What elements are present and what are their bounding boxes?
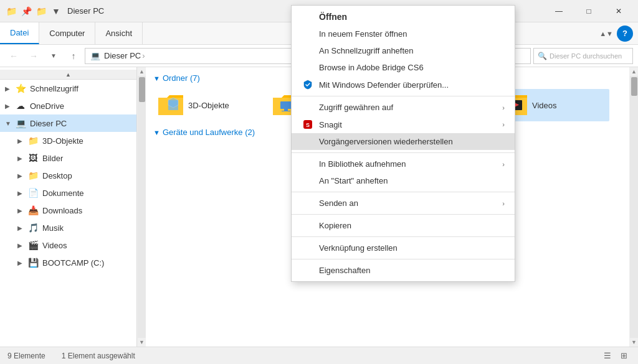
ctx-item-zugriff[interactable]: Zugriff gewähren auf › <box>292 99 515 116</box>
ribbon-right: ▲▼ ? <box>594 22 638 44</box>
ctx-item-adobe-bridge[interactable]: Browse in Adobe Bridge CS6 <box>292 59 515 76</box>
status-selected: 1 Element ausgewählt <box>62 352 135 360</box>
ribbon-dropdown[interactable]: ▲▼ <box>599 30 613 37</box>
chevron-right-icon: ▶ <box>17 242 25 249</box>
ctx-label-eigenschaften: Eigenschaften <box>319 266 370 275</box>
ctx-item-schnellzugriff[interactable]: An Schnellzugriff anheften <box>292 42 515 59</box>
section-ordner-label: Ordner (7) <box>163 73 200 83</box>
drive-icon: 💾 <box>27 257 39 268</box>
forward-button[interactable]: → <box>25 47 42 65</box>
sidebar-label-onedrive: OneDrive <box>30 101 64 111</box>
help-button[interactable]: ? <box>617 26 633 42</box>
ctx-item-senden[interactable]: Senden an › <box>292 195 515 212</box>
ctx-separator-1 <box>292 96 515 96</box>
chevron-right-icon: ▶ <box>17 225 25 231</box>
path-icon: 💻 <box>90 51 100 60</box>
sidebar-scrollbar[interactable]: ▲ ▼ <box>137 67 146 347</box>
sidebar-scroll-up[interactable]: ▲ <box>0 70 136 80</box>
sidebar-item-3d-objekte[interactable]: ▶ 📁 3D-Objekte <box>0 132 136 149</box>
title-bar-icons: 📁 📌 📁 ▼ <box>5 5 62 17</box>
content-scroll-up[interactable]: ▲ <box>630 67 639 76</box>
content-scrollbar[interactable]: ▲ ▼ <box>629 67 638 347</box>
context-menu: Öffnen In neuem Fenster öffnen An Schnel… <box>291 5 515 282</box>
sidebar-wrapper: ▲ ▶ ⭐ Schnellzugriff ▶ ☁ OneDrive ▼ 💻 Di… <box>0 67 146 347</box>
sidebar-item-bilder[interactable]: ▶ 🖼 Bilder <box>0 149 136 167</box>
sidebar-item-bootcamp[interactable]: ▶ 💾 BOOTCAMP (C:) <box>0 254 136 271</box>
close-button[interactable]: ✕ <box>604 2 633 21</box>
ctx-label-adobe-bridge: Browse in Adobe Bridge CS6 <box>319 63 424 72</box>
tab-datei[interactable]: Datei <box>0 22 39 44</box>
cloud-icon: ☁ <box>15 100 26 111</box>
star-icon: ⭐ <box>15 83 26 94</box>
content-scroll-thumb[interactable] <box>631 77 637 96</box>
ctx-label-snagit: Snagit <box>319 120 342 129</box>
sidebar-item-onedrive[interactable]: ▶ ☁ OneDrive <box>0 97 136 114</box>
sidebar-item-downloads[interactable]: ▶ 📥 Downloads <box>0 202 136 219</box>
folder-name-3d: 3D-Objekte <box>188 101 229 110</box>
ctx-label-vorgaenger: Vorgängerversionen wiederherstellen <box>319 137 453 146</box>
chevron-down-icon: ▼ <box>5 120 12 127</box>
svg-rect-4 <box>282 111 290 111</box>
ctx-item-neues-fenster[interactable]: In neuem Fenster öffnen <box>292 26 515 42</box>
sidebar-label-bootcamp: BOOTCAMP (C:) <box>42 258 104 268</box>
view-large-icons-button[interactable]: ⊞ <box>617 349 631 363</box>
sidebar-label-dokumente: Dokumente <box>42 189 83 198</box>
search-box[interactable]: 🔍 Dieser PC durchsuchen <box>533 48 633 64</box>
ctx-item-verknuepfung[interactable]: Verknüpfung erstellen <box>292 240 515 256</box>
sidebar-scroll-down-arrow[interactable]: ▼ <box>138 338 146 347</box>
ctx-separator-6 <box>292 259 515 259</box>
folder-name-videos: Videos <box>532 101 557 110</box>
tab-computer[interactable]: Computer <box>39 22 95 44</box>
ctx-item-bibliothek[interactable]: In Bibliothek aufnehmen › <box>292 156 515 172</box>
ctx-item-vorgaenger[interactable]: Vorgängerversionen wiederherstellen <box>292 133 515 150</box>
new-folder-icon[interactable]: 📁 <box>35 5 47 17</box>
ctx-snagit-icon: S <box>302 119 314 129</box>
sidebar-scroll-up-arrow[interactable]: ▲ <box>138 67 146 76</box>
downloads-icon: 📥 <box>27 205 39 216</box>
chevron-right-icon: ▶ <box>17 155 25 162</box>
sidebar-label-3d-objekte: 3D-Objekte <box>42 136 83 146</box>
ctx-label-defender: Mit Windows Defender überprüfen... <box>319 80 449 90</box>
tab-ansicht[interactable]: Ansicht <box>95 22 143 44</box>
ctx-item-snagit[interactable]: S Snagit › <box>292 116 515 133</box>
minimize-button[interactable]: — <box>545 2 573 21</box>
sidebar-item-dieser-pc[interactable]: ▼ 💻 Dieser PC <box>0 114 136 132</box>
back-button[interactable]: ← <box>5 47 22 65</box>
sidebar-label-bilder: Bilder <box>42 154 63 163</box>
ctx-label-kopieren: Kopieren <box>319 221 351 230</box>
sidebar-scroll-thumb[interactable] <box>139 77 145 102</box>
sidebar-scroll-track <box>138 76 146 338</box>
folder-item-3d-objekte[interactable]: 3D-Objekte <box>153 89 265 121</box>
sidebar-item-dokumente[interactable]: ▶ 📄 Dokumente <box>0 184 136 202</box>
content-scroll-down[interactable]: ▼ <box>630 338 639 347</box>
section-devices-label: Geräte und Laufwerke (2) <box>163 128 255 137</box>
status-view-controls: ☰ ⊞ <box>601 349 631 363</box>
ctx-item-eigenschaften[interactable]: Eigenschaften <box>292 262 515 279</box>
view-details-button[interactable]: ☰ <box>601 349 614 363</box>
desktop-icon: 📁 <box>27 170 39 181</box>
quick-access-icon[interactable]: 📌 <box>20 5 32 17</box>
sidebar-label-desktop: Desktop <box>42 171 72 180</box>
ctx-item-oeffnen[interactable]: Öffnen <box>292 8 515 26</box>
recent-locations-button[interactable]: ▼ <box>45 47 62 65</box>
up-button[interactable]: ↑ <box>65 47 82 65</box>
maximize-button[interactable]: □ <box>574 2 603 21</box>
ctx-item-defender[interactable]: Mit Windows Defender überprüfen... <box>292 76 515 93</box>
sidebar-item-schnellzugriff[interactable]: ▶ ⭐ Schnellzugriff <box>0 80 136 97</box>
ctx-label-zugriff: Zugriff gewähren auf <box>319 103 393 112</box>
ctx-separator-5 <box>292 236 515 237</box>
folder-icon-3d <box>158 93 183 118</box>
sidebar-item-desktop[interactable]: ▶ 📁 Desktop <box>0 167 136 184</box>
window-icon: 📁 <box>5 5 17 17</box>
sidebar-item-musik[interactable]: ▶ 🎵 Musik <box>0 219 136 236</box>
ctx-item-start[interactable]: An "Start" anheften <box>292 172 515 189</box>
ctx-arrow-bibliothek: › <box>502 161 505 168</box>
properties-icon[interactable]: ▼ <box>50 5 62 17</box>
videos-icon: 🎬 <box>27 240 39 251</box>
sidebar-item-videos[interactable]: ▶ 🎬 Videos <box>0 236 136 254</box>
ctx-label-senden: Senden an <box>319 198 358 208</box>
ctx-label-schnellzugriff: An Schnellzugriff anheften <box>319 46 414 55</box>
ctx-item-kopieren[interactable]: Kopieren <box>292 217 515 234</box>
sidebar: ▲ ▶ ⭐ Schnellzugriff ▶ ☁ OneDrive ▼ 💻 Di… <box>0 67 137 347</box>
window-title: Dieser PC <box>67 6 104 16</box>
